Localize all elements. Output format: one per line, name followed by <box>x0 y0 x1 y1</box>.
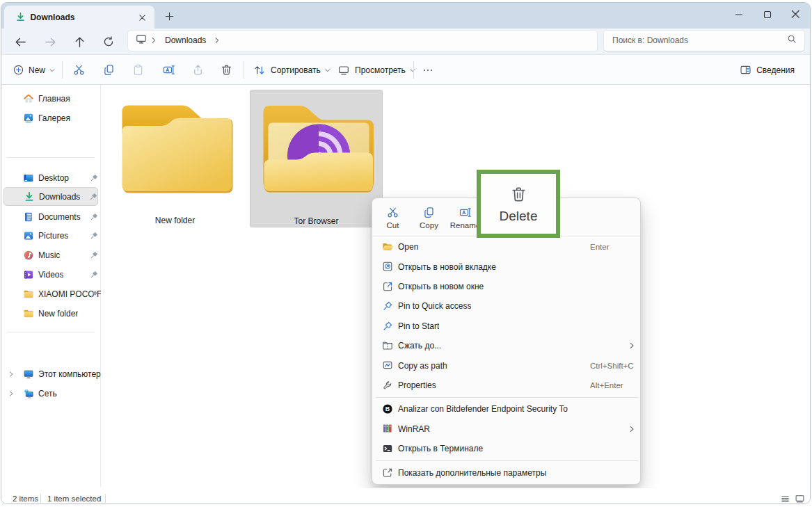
menu-separator <box>376 397 638 398</box>
monitor-icon <box>136 33 147 47</box>
open-folder-icon <box>382 241 393 252</box>
list-view-button[interactable] <box>779 493 790 504</box>
sidebar-item-label: Downloads <box>39 192 80 202</box>
menu-item-shortcut: Ctrl+Shift+C <box>590 362 634 370</box>
menu-item-properties[interactable]: Properties Alt+Enter <box>375 376 639 395</box>
toolbar-divider <box>62 61 63 79</box>
arrow-up-icon <box>73 35 86 49</box>
back-button[interactable] <box>10 32 30 51</box>
up-button[interactable] <box>70 32 89 51</box>
menu-item-open[interactable]: Open Enter <box>375 237 639 257</box>
menu-item-winrar[interactable]: WinRAR <box>375 419 639 438</box>
trash-icon <box>220 63 233 77</box>
paste-button[interactable] <box>124 58 152 81</box>
sidebar-item-new-folder[interactable]: New folder <box>3 304 98 323</box>
menu-item-label: Pin to Start <box>398 321 439 331</box>
refresh-button[interactable] <box>99 32 118 51</box>
menu-item-label: Сжать до... <box>398 341 441 351</box>
copy-icon <box>102 63 116 77</box>
new-button-label: New <box>29 65 45 75</box>
chevron-right-icon[interactable] <box>8 390 15 397</box>
maximize-button[interactable] <box>753 3 781 26</box>
folder-icon <box>23 308 34 319</box>
thumbnail-view-button[interactable] <box>794 493 805 504</box>
close-window-button[interactable] <box>781 3 810 26</box>
sidebar-divider <box>7 157 95 158</box>
this-pc-icon <box>23 369 34 380</box>
quick-copy-button[interactable]: Copy <box>413 201 445 235</box>
details-pane-button[interactable]: Сведения <box>735 58 799 81</box>
menu-item-compress[interactable]: Сжать до... <box>375 336 639 355</box>
chevron-right-icon[interactable] <box>8 371 15 378</box>
items-count: 2 items <box>13 494 38 503</box>
statusbar-divider <box>40 494 41 503</box>
menu-item-copy-as-path[interactable]: Copy as path Ctrl+Shift+C <box>375 355 639 375</box>
command-bar: New <box>1 55 810 85</box>
sidebar-item-gallery[interactable]: Галерея <box>3 108 98 127</box>
sidebar-item-home[interactable]: Главная <box>3 89 98 108</box>
breadcrumb-location[interactable]: Downloads <box>161 35 210 45</box>
address-bar[interactable]: Downloads <box>127 30 598 51</box>
cut-icon <box>386 206 399 219</box>
tab-downloads[interactable]: Downloads <box>4 6 154 29</box>
sidebar-item-videos[interactable]: Videos <box>3 265 98 284</box>
quick-action-label: Cut <box>387 221 399 230</box>
view-button[interactable]: Просмотреть <box>332 58 422 81</box>
file-tile-new-folder[interactable]: New folder <box>109 90 241 227</box>
copy-button[interactable] <box>95 58 122 81</box>
maximize-icon <box>763 10 772 19</box>
minimize-button[interactable] <box>724 3 753 26</box>
file-name: New folder <box>155 216 195 225</box>
sidebar-item-documents[interactable]: Documents <box>3 207 98 226</box>
sidebar-item-desktop[interactable]: Desktop <box>3 168 98 187</box>
pin-icon <box>90 212 99 221</box>
svg-text:B: B <box>385 405 390 412</box>
titlebar: Downloads <box>1 3 810 29</box>
menu-item-bitdefender[interactable]: B Analizar con Bitdefender Endpoint Secu… <box>375 399 639 419</box>
new-button[interactable]: New <box>7 58 61 81</box>
sidebar-item-label: New folder <box>38 309 78 319</box>
delete-highlight-annotation[interactable]: Delete <box>477 170 560 238</box>
cut-button[interactable] <box>65 58 93 81</box>
menu-item-open-new-tab[interactable]: Открыть в новой вкладке <box>375 257 639 276</box>
sidebar-item-downloads[interactable]: Downloads <box>3 187 98 206</box>
menu-item-open-new-window[interactable]: Открыть в новом окне <box>375 277 639 296</box>
sidebar-item-label: Главная <box>38 94 70 104</box>
tab-close-icon[interactable] <box>136 12 148 23</box>
menu-item-open-terminal[interactable]: Открыть в Терминале <box>375 439 639 458</box>
menu-item-label: Copy as path <box>398 361 447 371</box>
more-options-button[interactable] <box>414 58 442 81</box>
menu-item-show-more-options[interactable]: Показать дополнительные параметры <box>375 463 639 483</box>
sidebar-item-pictures[interactable]: Pictures <box>3 226 98 245</box>
forward-button[interactable] <box>40 32 60 51</box>
new-tab-button[interactable] <box>164 10 175 22</box>
rename-button[interactable] <box>154 58 182 81</box>
share-button[interactable] <box>184 58 212 81</box>
sort-button[interactable]: Сортировать <box>248 58 337 81</box>
sidebar-item-label: Documents <box>38 212 81 222</box>
quick-cut-button[interactable]: Cut <box>376 201 409 235</box>
menu-item-pin-quick-access[interactable]: Pin to Quick access <box>375 296 639 316</box>
sidebar-item-network[interactable]: Сеть <box>3 384 98 403</box>
pin-icon <box>90 250 99 259</box>
properties-icon <box>382 380 393 391</box>
minimize-icon <box>735 10 743 19</box>
menu-item-label: Показать дополнительные параметры <box>398 468 546 478</box>
search-input[interactable] <box>604 35 787 45</box>
sidebar-item-music[interactable]: Music <box>3 246 98 264</box>
file-tile-tor-browser[interactable]: Tor Browser <box>250 90 383 227</box>
rename-icon <box>162 63 175 77</box>
sidebar-item-label: Галерея <box>38 113 70 123</box>
file-name: Tor Browser <box>294 216 338 226</box>
pin-icon <box>382 300 393 312</box>
content-area: Главная Галерея <box>1 85 810 488</box>
menu-item-pin-start[interactable]: Pin to Start <box>375 316 639 336</box>
statusbar-divider <box>105 494 106 503</box>
delete-button[interactable] <box>212 58 240 81</box>
details-pane-icon <box>740 64 751 76</box>
sidebar-item-label: Desktop <box>38 173 69 183</box>
sort-button-label: Сортировать <box>271 65 321 75</box>
sidebar-item-this-pc[interactable]: Этот компьютер <box>3 364 98 383</box>
folder-icon <box>23 289 34 300</box>
sidebar-item-xiaomi-folder[interactable]: XIAOMI POCO F <box>3 284 98 303</box>
